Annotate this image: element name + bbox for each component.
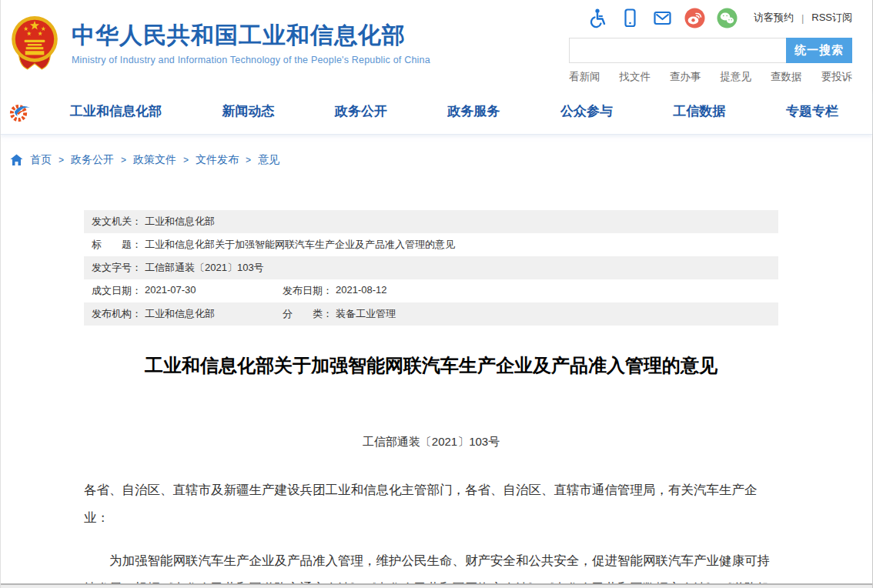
meta-value: 工业和信息化部 [145, 307, 215, 321]
quick-links-row: 看新闻 找文件 查办事 提意见 查数据 要投诉 [569, 70, 852, 84]
breadcrumb-item-home[interactable]: 首页 [30, 153, 52, 167]
document-meta-table: 发文机关： 工业和信息化部 标 题： 工业和信息化部关于加强智能网联汽车生产企业… [84, 210, 778, 326]
search-button[interactable]: 统一搜索 [786, 38, 852, 63]
breadcrumb-item-policy-files[interactable]: 政策文件 [133, 153, 176, 167]
quick-link-services[interactable]: 查办事 [670, 70, 701, 84]
page: 中华人民共和国工业和信息化部 Ministry of Industry and … [0, 0, 873, 588]
site-title: 中华人民共和国工业和信息化部 [72, 22, 430, 49]
top-links-separator: | [801, 12, 804, 24]
quick-link-news[interactable]: 看新闻 [569, 70, 600, 84]
brand-text: 中华人民共和国工业和信息化部 Ministry of Industry and … [72, 22, 430, 65]
meta-cell: 发文机关： 工业和信息化部 [92, 215, 283, 229]
breadcrumb-separator: > [59, 155, 64, 165]
document-number: 工信部通装〔2021〕103号 [84, 435, 778, 449]
nav-item-gov-services[interactable]: 政务服务 [448, 102, 500, 120]
meta-value: 工信部通装〔2021〕103号 [145, 261, 264, 275]
top-links: 访客预约 | RSS订阅 [754, 11, 852, 25]
meta-label: 成文日期： [92, 284, 142, 298]
header-right: 访客预约 | RSS订阅 统一搜索 看新闻 找文件 查办事 提意见 查数据 要投… [569, 6, 852, 84]
document-body: 各省、自治区、直辖市及新疆生产建设兵团工业和信息化主管部门，各省、自治区、直辖市… [84, 476, 778, 588]
meta-label: 标 题： [92, 238, 142, 252]
document-title: 工业和信息化部关于加强智能网联汽车生产企业及产品准入管理的意见 [84, 353, 778, 378]
document-paragraph-salutation: 各省、自治区、直辖市及新疆生产建设兵团工业和信息化主管部门，各省、自治区、直辖市… [84, 476, 778, 531]
meta-value: 2021-07-30 [145, 284, 196, 298]
nav-item-special-topics[interactable]: 专题专栏 [786, 102, 838, 120]
breadcrumb-separator: > [246, 155, 251, 165]
nav-item-news[interactable]: 新闻动态 [222, 102, 275, 120]
mail-icon[interactable] [652, 8, 673, 28]
quick-link-files[interactable]: 找文件 [620, 70, 651, 84]
quick-link-complaints[interactable]: 要投诉 [821, 70, 853, 84]
meta-label: 发文字号： [92, 261, 142, 275]
meta-cell: 发布日期： 2021-08-12 [283, 284, 387, 298]
home-icon[interactable] [10, 154, 23, 166]
nav-item-miit-home[interactable]: 工业和信息化部 [70, 102, 162, 120]
accessibility-icon[interactable] [587, 8, 608, 28]
quick-link-data[interactable]: 查数据 [771, 70, 802, 84]
site-subtitle: Ministry of Industry and Information Tec… [72, 55, 430, 65]
site-header: 中华人民共和国工业和信息化部 Ministry of Industry and … [1, 0, 872, 89]
window-bottom-edge [1, 583, 872, 588]
quick-link-suggestions[interactable]: 提意见 [721, 70, 752, 84]
nav-item-public-participation[interactable]: 公众参与 [560, 102, 613, 120]
meta-row-doc-number: 发文字号： 工信部通装〔2021〕103号 [84, 256, 778, 279]
meta-label: 发布日期： [283, 284, 333, 298]
weibo-icon[interactable] [684, 8, 705, 28]
meta-row-publisher-category: 发布机构： 工业和信息化部 分 类： 装备工业管理 [84, 302, 778, 326]
breadcrumb: 首页 > 政务公开 > 政策文件 > 文件发布 > 意见 [10, 153, 872, 167]
search-input[interactable] [569, 38, 786, 63]
breadcrumb-item-opinions[interactable]: 意见 [258, 153, 279, 167]
document-content: 发文机关： 工业和信息化部 标 题： 工业和信息化部关于加强智能网联汽车生产企业… [84, 210, 778, 588]
meta-cell: 标 题： 工业和信息化部关于加强智能网联汽车生产企业及产品准入管理的意见 [92, 238, 455, 252]
document-paragraph-intro: 为加强智能网联汽车生产企业及产品准入管理，维护公民生命、财产安全和公共安全，促进… [84, 546, 778, 588]
meta-row-title: 标 题： 工业和信息化部关于加强智能网联汽车生产企业及产品准入管理的意见 [84, 233, 778, 256]
meta-cell: 成文日期： 2021-07-30 [92, 284, 283, 298]
header-icons-row: 访客预约 | RSS订阅 [569, 6, 852, 29]
mobile-icon[interactable] [620, 8, 641, 28]
meta-cell: 分 类： 装备工业管理 [283, 307, 396, 321]
meta-value: 工业和信息化部关于加强智能网联汽车生产企业及产品准入管理的意见 [145, 238, 455, 252]
wechat-icon[interactable] [717, 8, 738, 28]
breadcrumb-separator: > [121, 155, 126, 165]
breadcrumb-separator: > [183, 155, 189, 165]
nav-item-gov-open[interactable]: 政务公开 [335, 102, 387, 120]
national-emblem-icon [8, 15, 61, 72]
nav-item-miit-data[interactable]: 工信数据 [674, 102, 726, 120]
meta-label: 发文机关： [92, 215, 142, 229]
breadcrumb-item-gov-open[interactable]: 政务公开 [71, 153, 114, 167]
meta-value: 装备工业管理 [336, 307, 396, 321]
nav-items: 工业和信息化部 新闻动态 政务公开 政务服务 公众参与 工信数据 专题专栏 [70, 102, 838, 120]
breadcrumb-item-file-release[interactable]: 文件发布 [196, 153, 239, 167]
meta-row-dates: 成文日期： 2021-07-30 发布日期： 2021-08-12 [84, 279, 778, 302]
search-bar: 统一搜索 [569, 38, 852, 63]
meta-value: 2021-08-12 [336, 284, 387, 298]
miit-gear-logo-icon[interactable] [8, 99, 33, 124]
main-nav: 工业和信息化部 新闻动态 政务公开 政务服务 公众参与 工信数据 专题专栏 [1, 89, 872, 135]
site-logo[interactable]: 中华人民共和国工业和信息化部 Ministry of Industry and … [8, 15, 430, 72]
meta-row-issuing-authority: 发文机关： 工业和信息化部 [84, 210, 778, 233]
rss-subscribe-link[interactable]: RSS订阅 [811, 11, 852, 25]
meta-label: 分 类： [283, 307, 333, 321]
meta-value: 工业和信息化部 [145, 215, 215, 229]
visitor-appointment-link[interactable]: 访客预约 [754, 11, 794, 25]
meta-cell: 发布机构： 工业和信息化部 [92, 307, 283, 321]
meta-cell: 发文字号： 工信部通装〔2021〕103号 [92, 261, 264, 275]
meta-label: 发布机构： [92, 307, 142, 321]
